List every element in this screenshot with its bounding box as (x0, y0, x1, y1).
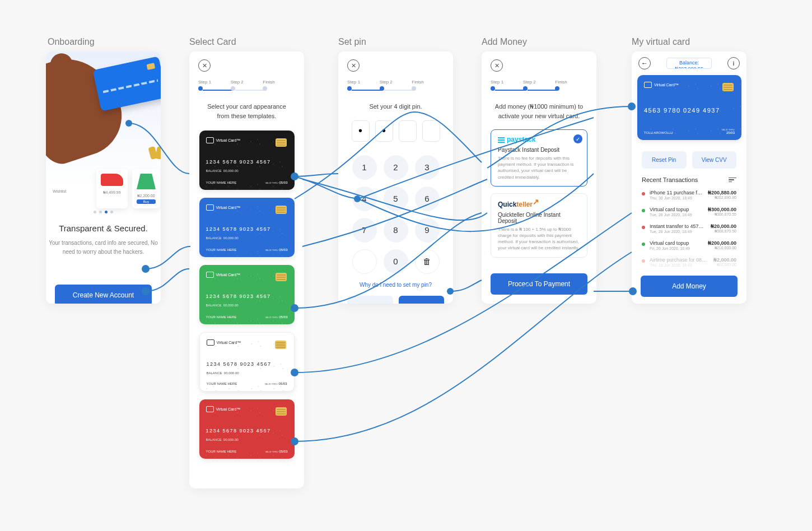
keypad: 1 2 3 4 5 6 7 8 9 0 🗑 (347, 155, 444, 274)
tx-amount: ₦200,000.00 (708, 240, 736, 246)
skirt-icon (137, 174, 156, 189)
info-icon[interactable]: i (727, 57, 740, 69)
pay-option-paystack[interactable]: ✓ paystack Paystack Instant Deposit Ther… (491, 129, 587, 187)
paystack-desc: There is no fee for deposits with this p… (498, 155, 580, 180)
add-money-prompt: Add money (₦1000 minimum) to activate yo… (491, 102, 587, 120)
filter-icon[interactable] (729, 178, 736, 183)
back-icon[interactable]: ← (638, 57, 651, 69)
my-virtual-card[interactable]: Virtual Card™ 4563 9780 0249 4937 TOLU A… (637, 75, 741, 140)
transaction-row[interactable]: Virtual card topupTue, 28 Jun 2020, 18:4… (632, 203, 746, 220)
quickteller-title: Quickteller Online Instant Deposit (498, 212, 580, 224)
card-template-green[interactable]: Virtual Card™1234 5678 9023 4567BALANCE … (199, 265, 295, 324)
shoe-icon (101, 174, 123, 186)
recent-transactions-title: Recent Transactions (642, 176, 698, 183)
create-account-button[interactable]: Create New Account (55, 285, 152, 304)
screen-select-card: ✕ Step 1 Step 2 Finish Select your card … (189, 52, 304, 488)
chip-icon (276, 138, 287, 147)
screen-add-money: ✕ Step 1 Step 2 Finish Add money (₦1000 … (482, 52, 596, 304)
title-onboarding: Onboarding (48, 37, 95, 47)
title-my-virtual-card: My virtual card (632, 37, 690, 47)
tx-sub: ₦202,890.80 (708, 195, 736, 200)
key-3[interactable]: 3 (415, 155, 440, 180)
tx-sub: ₦10,000.00 (713, 263, 736, 267)
status-dot (642, 209, 645, 212)
paystack-logo: paystack (498, 136, 580, 143)
step-2-label: Step 2 (231, 80, 263, 85)
wishlist-item-skirt: ₦2,200.00 Buy (132, 169, 160, 208)
tx-desc: Virtual card topup (650, 240, 703, 246)
tx-date: Fri, 26 Jun 2020, 16:49 (650, 246, 703, 250)
card-template-white[interactable]: Virtual Card™1234 5678 9023 4567BALANCE … (199, 332, 295, 392)
transaction-list: iPhone 11 purchase from JumiaThu, 30 Jun… (632, 187, 746, 271)
mvc-holder: TOLU AROWOLLU (644, 131, 673, 134)
transaction-row[interactable]: Instant transfer to 4579 9869…Tue, 28 Ju… (632, 220, 746, 237)
tx-sub: ₦210,000.00 (708, 246, 736, 250)
pin-box-2[interactable]: • (375, 120, 393, 142)
tx-date: Thu, 30 Jun 2020, 18:49 (650, 196, 703, 200)
price-skirt: ₦2,200.00 (137, 194, 156, 198)
stepper: Step 1 Step 2 Finish (198, 80, 295, 91)
status-dot (642, 192, 645, 195)
key-blank (352, 249, 377, 274)
proceed-button[interactable]: Proceed To Payment (491, 273, 587, 295)
next-button[interactable]: Next (399, 296, 445, 304)
pin-input-row: • • (347, 120, 444, 142)
pin-prompt: Set your 4 digit pin. (347, 102, 444, 111)
step-finish-label: Finish (263, 80, 295, 85)
why-pin-link[interactable]: Why do i need to set my pin? (347, 282, 444, 288)
key-5[interactable]: 5 (384, 187, 408, 211)
tx-date: Tue, 28 Jun 2020, 18:49 (650, 213, 703, 217)
key-7[interactable]: 7 (352, 218, 377, 243)
title-select-card: Select Card (189, 37, 236, 47)
check-icon: ✓ (573, 134, 582, 143)
key-0[interactable]: 0 (384, 249, 408, 274)
card-template-red[interactable]: Virtual Card™1234 5678 9023 4567BALANCE … (199, 399, 295, 459)
view-cvv-button[interactable]: View CVV (692, 151, 737, 169)
status-dot (642, 243, 645, 246)
step-1-label: Step 1 (198, 80, 231, 85)
key-1[interactable]: 1 (352, 155, 377, 180)
wishlist-label: Wishlist (53, 189, 66, 193)
tx-desc: Virtual card topup (650, 207, 703, 212)
screen-set-pin: ✕ Step 1 Step 2 Finish Set your 4 digit … (338, 52, 453, 304)
transaction-row[interactable]: iPhone 11 purchase from JumiaThu, 30 Jun… (632, 187, 746, 203)
buy-pill: Buy (137, 199, 156, 204)
onboarding-headline: Transparent & Secured. (46, 223, 161, 233)
stepper: Step 1 Step 2 Finish (491, 80, 587, 91)
card-holder: YOUR NAME HERE (206, 181, 237, 184)
pin-box-3[interactable] (399, 120, 417, 142)
quickteller-logo: Quickteller↗ (498, 199, 580, 208)
card-template-blue[interactable]: Virtual Card™1234 5678 9023 4567BALANCE … (199, 198, 295, 257)
transaction-row[interactable]: Airtime purchase for 08134477…Thu, 18 Ju… (632, 254, 746, 271)
close-icon[interactable]: ✕ (491, 59, 503, 72)
key-9[interactable]: 9 (415, 218, 440, 243)
key-8[interactable]: 8 (384, 218, 408, 243)
pin-box-4[interactable] (422, 120, 440, 142)
key-delete[interactable]: 🗑 (415, 249, 440, 274)
key-6[interactable]: 6 (415, 187, 440, 211)
tx-desc: iPhone 11 purchase from Jumia (650, 190, 703, 195)
transaction-row[interactable]: Virtual card topupFri, 26 Jun 2020, 16:4… (632, 237, 746, 254)
trash-icon: 🗑 (423, 257, 431, 266)
key-4[interactable]: 4 (352, 187, 377, 211)
close-icon[interactable]: ✕ (347, 59, 360, 72)
card-template-black[interactable]: Virtual Card™1234 5678 9023 4567BALANCE … (199, 131, 295, 190)
pay-option-quickteller[interactable]: Quickteller↗ Quickteller Online Instant … (491, 193, 587, 258)
tx-amount: ₦300,000.00 (708, 207, 736, 212)
tx-date: Tue, 28 Jun 2020, 18:49 (650, 230, 706, 234)
pin-box-1[interactable]: • (352, 120, 370, 142)
reset-pin-button[interactable]: Reset Pin (642, 151, 687, 169)
close-icon[interactable]: ✕ (198, 59, 211, 72)
stepper: Step 1 Step 2 Finish (347, 80, 444, 91)
tx-amount: ₦200,880.00 (708, 190, 736, 195)
pagination-dots[interactable] (46, 211, 161, 213)
tx-sub: ₦308,870.50 (711, 229, 736, 234)
add-money-button[interactable]: Add Money (641, 276, 738, 297)
back-button[interactable]: Back (347, 296, 393, 304)
wishlist-item-shoe: ₦4,499.99 (96, 169, 128, 208)
status-dot (642, 259, 645, 263)
select-prompt: Select your card appearancefrom these te… (198, 102, 295, 120)
tx-desc: Instant transfer to 4579 9869… (650, 223, 706, 229)
tx-desc: Airtime purchase for 08134477… (650, 257, 709, 263)
key-2[interactable]: 2 (384, 155, 408, 180)
